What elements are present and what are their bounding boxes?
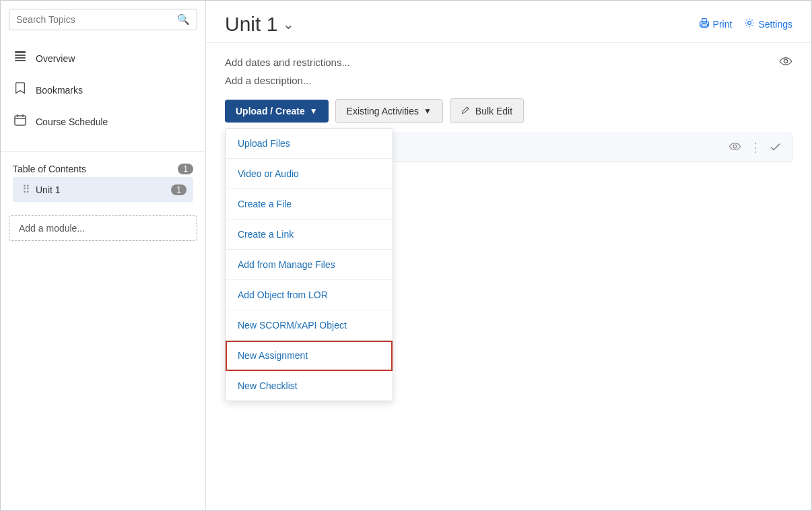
existing-activities-button[interactable]: Existing Activities ▼ xyxy=(335,99,443,123)
toc-unit-1-badge: 1 xyxy=(171,184,187,195)
toc-unit-1[interactable]: ⠿ Unit 1 1 xyxy=(13,177,193,202)
add-dates-link[interactable]: Add dates and restrictions... xyxy=(225,57,350,68)
print-button[interactable]: Print xyxy=(699,18,733,31)
svg-rect-8 xyxy=(701,24,708,28)
header-actions: Print Settings xyxy=(699,18,792,31)
svg-point-12 xyxy=(784,59,787,63)
bulk-edit-label: Bulk Edit xyxy=(475,106,512,116)
sidebar-item-course-schedule-label: Course Schedule xyxy=(36,116,108,127)
add-module-button[interactable]: Add a module... xyxy=(9,215,197,241)
add-module-label: Add a module... xyxy=(19,223,85,234)
svg-point-11 xyxy=(748,22,751,25)
dropdown-item-video-or-audio[interactable]: Video or Audio xyxy=(226,159,393,189)
print-icon xyxy=(699,18,710,31)
search-icon: 🔍 xyxy=(177,13,190,26)
bulk-edit-pencil-icon xyxy=(461,105,471,116)
existing-activities-label: Existing Activities xyxy=(347,106,419,116)
toc-header: Table of Contents 1 xyxy=(13,164,193,174)
svg-rect-1 xyxy=(15,55,26,56)
content-item-check-icon[interactable] xyxy=(770,141,781,155)
bookmark-icon xyxy=(13,81,28,98)
print-label: Print xyxy=(713,19,733,30)
unit-title-text: Unit 1 xyxy=(225,13,277,36)
svg-rect-9 xyxy=(702,19,706,23)
existing-activities-chevron-icon: ▼ xyxy=(424,106,432,116)
sidebar-item-course-schedule[interactable]: Course Schedule xyxy=(1,106,205,137)
main-body: Add dates and restrictions... Add a desc… xyxy=(206,43,811,510)
content-item-visibility-icon[interactable] xyxy=(729,141,741,154)
sidebar-item-overview[interactable]: Overview xyxy=(1,42,205,74)
dropdown-item-add-object-from-lor[interactable]: Add Object from LOR xyxy=(226,280,393,310)
search-bar[interactable]: 🔍 xyxy=(9,9,197,30)
svg-rect-0 xyxy=(15,51,26,53)
dropdown-item-create-a-file[interactable]: Create a File xyxy=(226,189,393,219)
drag-handle-icon: ⠿ xyxy=(22,183,30,196)
upload-create-button[interactable]: Upload / Create ▼ xyxy=(225,100,329,123)
dropdown-item-new-checklist-label: New Checklist xyxy=(238,380,298,391)
dropdown-item-upload-files[interactable]: Upload Files xyxy=(226,129,393,159)
toc-section: Table of Contents 1 ⠿ Unit 1 1 xyxy=(1,157,205,209)
sidebar-nav: Overview Bookmarks Course Schedule xyxy=(1,42,205,145)
visibility-toggle-button[interactable] xyxy=(779,55,792,69)
dropdown-item-new-assignment[interactable]: New Assignment xyxy=(226,341,393,371)
upload-create-chevron-icon: ▼ xyxy=(310,106,318,116)
svg-point-13 xyxy=(733,145,737,148)
dropdown-item-create-a-link-label: Create a Link xyxy=(238,229,294,240)
toc-unit-1-label: Unit 1 xyxy=(36,184,61,195)
dropdown-item-video-or-audio-label: Video or Audio xyxy=(238,168,299,179)
svg-rect-4 xyxy=(15,116,26,125)
add-dates-row: Add dates and restrictions... xyxy=(225,55,792,69)
settings-icon xyxy=(744,18,755,31)
bulk-edit-button[interactable]: Bulk Edit xyxy=(450,98,524,123)
dropdown-item-add-from-manage-files-label: Add from Manage Files xyxy=(238,259,335,270)
sidebar-item-bookmarks-label: Bookmarks xyxy=(36,85,83,96)
unit-title: Unit 1 ⌄ xyxy=(225,13,294,36)
calendar-icon xyxy=(13,113,28,130)
content-item-more-icon[interactable]: ⋮ xyxy=(749,140,762,155)
sidebar: 🔍 Overview Bookmarks xyxy=(1,1,206,510)
sidebar-item-bookmarks[interactable]: Bookmarks xyxy=(1,74,205,106)
toc-label: Table of Contents xyxy=(13,164,86,174)
dropdown-item-new-checklist[interactable]: New Checklist xyxy=(226,371,393,401)
main-header: Unit 1 ⌄ Print xyxy=(206,1,811,43)
dropdown-item-new-scorm-xapi-label: New SCORM/xAPI Object xyxy=(238,320,347,331)
dropdown-item-add-object-from-lor-label: Add Object from LOR xyxy=(238,289,328,300)
unit-left: ⠿ Unit 1 xyxy=(22,183,61,196)
dropdown-item-new-assignment-label: New Assignment xyxy=(238,350,308,361)
add-description-link[interactable]: Add a description... xyxy=(225,75,792,86)
content-item-actions: ⋮ xyxy=(729,140,781,155)
settings-label: Settings xyxy=(758,19,792,30)
upload-create-dropdown: Upload Files Video or Audio Create a Fil… xyxy=(225,128,393,401)
svg-rect-3 xyxy=(15,60,26,61)
dropdown-item-add-from-manage-files[interactable]: Add from Manage Files xyxy=(226,250,393,280)
toc-badge: 1 xyxy=(178,164,193,174)
sidebar-item-overview-label: Overview xyxy=(36,53,75,64)
search-input[interactable] xyxy=(16,14,177,25)
dropdown-item-upload-files-label: Upload Files xyxy=(238,138,290,149)
toolbar: Upload / Create ▼ Existing Activities ▼ … xyxy=(225,98,792,123)
table-icon xyxy=(13,50,28,67)
dropdown-item-create-a-link[interactable]: Create a Link xyxy=(226,219,393,250)
dropdown-scroll: Upload Files Video or Audio Create a Fil… xyxy=(226,129,393,401)
dropdown-item-create-a-file-label: Create a File xyxy=(238,199,292,209)
sidebar-divider xyxy=(1,151,205,151)
unit-title-chevron-icon[interactable]: ⌄ xyxy=(283,16,294,32)
upload-create-label: Upload / Create xyxy=(236,106,305,116)
svg-rect-2 xyxy=(15,57,26,59)
main-content: Unit 1 ⌄ Print xyxy=(206,1,811,510)
settings-button[interactable]: Settings xyxy=(744,18,792,31)
dropdown-item-new-scorm-xapi[interactable]: New SCORM/xAPI Object xyxy=(226,310,393,341)
